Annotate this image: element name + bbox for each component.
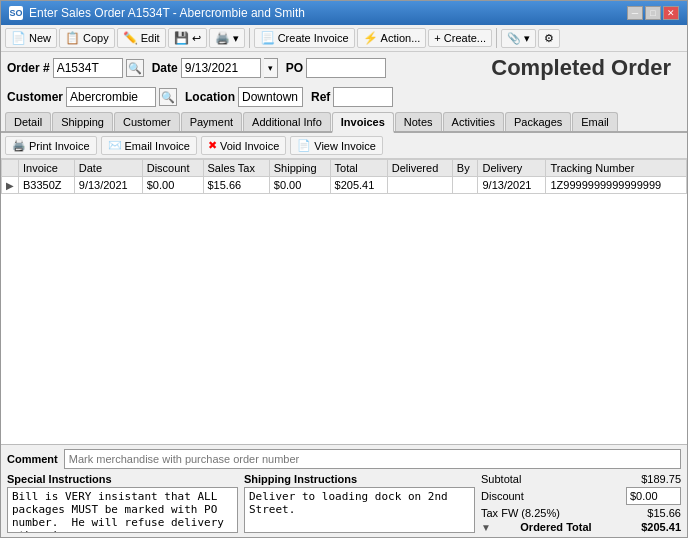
tab-shipping[interactable]: Shipping [52, 112, 113, 131]
date-input[interactable] [181, 58, 261, 78]
invoice-toolbar: 🖨️ Print Invoice ✉️ Email Invoice ✖ Void… [1, 133, 687, 159]
new-icon: 📄 [11, 31, 26, 45]
customer-search-button[interactable]: 🔍 [159, 88, 177, 106]
discount-label: Discount [481, 490, 524, 502]
discount-input[interactable] [626, 487, 681, 505]
order-input[interactable] [53, 58, 123, 78]
col-by: By [452, 160, 478, 177]
create-button[interactable]: + Create... [428, 29, 492, 47]
title-bar-left: SO Enter Sales Order A1534T - Abercrombi… [9, 6, 305, 20]
print-invoice-icon: 🖨️ [12, 139, 26, 152]
comment-row: Comment [7, 449, 681, 469]
table-row[interactable]: ▶ B3350Z 9/13/2021 $0.00 $15.66 $0.00 $2… [2, 177, 687, 194]
tab-email[interactable]: Email [572, 112, 618, 131]
col-total: Total [330, 160, 387, 177]
view-invoice-icon: 📄 [297, 139, 311, 152]
special-instructions-textarea[interactable]: Bill is VERY insistant that ALL packages… [7, 487, 238, 533]
action-button[interactable]: ⚡ Action... [357, 28, 427, 48]
tab-customer[interactable]: Customer [114, 112, 180, 131]
edit-button[interactable]: ✏️ Edit [117, 28, 166, 48]
window-title: Enter Sales Order A1534T - Abercrombie a… [29, 6, 305, 20]
col-delivery: Delivery [478, 160, 546, 177]
main-toolbar: 📄 New 📋 Copy ✏️ Edit 💾 ↩ 🖨️ ▾ 📃 Create I… [1, 25, 687, 52]
tab-detail[interactable]: Detail [5, 112, 51, 131]
ref-input[interactable] [333, 87, 393, 107]
fields-row-1: Order # 🔍 Date ▾ PO Completed Order [1, 52, 687, 84]
ordered-total-value: $205.41 [621, 521, 681, 533]
print-icon: 🖨️ [215, 31, 230, 45]
discount-row: Discount [481, 487, 681, 505]
date-field-group: Date ▾ [152, 58, 278, 78]
copy-icon: 📋 [65, 31, 80, 45]
invoice-table: Invoice Date Discount Sales Tax Shipping… [1, 159, 687, 194]
location-field-group: Location [185, 87, 303, 107]
tabs-container: Detail Shipping Customer Payment Additio… [1, 110, 687, 133]
action-icon: ⚡ [363, 31, 378, 45]
customer-input[interactable] [66, 87, 156, 107]
tax-value: $15.66 [621, 507, 681, 519]
invoice-date-cell: 9/13/2021 [74, 177, 142, 194]
tab-payment[interactable]: Payment [181, 112, 242, 131]
void-invoice-button[interactable]: ✖ Void Invoice [201, 136, 286, 155]
extra-button[interactable]: ⚙ [538, 29, 560, 48]
invoice-shipping-cell: $0.00 [269, 177, 330, 194]
customer-field-group: Customer 🔍 [7, 87, 177, 107]
invoice-total-cell: $205.41 [330, 177, 387, 194]
window-icon: SO [9, 6, 23, 20]
main-window: SO Enter Sales Order A1534T - Abercrombi… [0, 0, 688, 538]
special-instructions-section: Special Instructions Bill is VERY insist… [7, 473, 238, 533]
invoice-number-cell: B3350Z [19, 177, 75, 194]
shipping-instructions-label: Shipping Instructions [244, 473, 475, 485]
save-button[interactable]: 💾 ↩ [168, 28, 207, 48]
tax-label: Tax FW (8.25%) [481, 507, 560, 519]
print-invoice-button[interactable]: 🖨️ Print Invoice [5, 136, 97, 155]
comment-input[interactable] [64, 449, 681, 469]
po-input[interactable] [306, 58, 386, 78]
ordered-total-label: Ordered Total [520, 521, 591, 533]
create-invoice-icon: 📃 [260, 31, 275, 45]
invoice-delivery-cell: 9/13/2021 [478, 177, 546, 194]
invoice-by-cell [452, 177, 478, 194]
invoice-tracking-cell: 1Z9999999999999999 [546, 177, 687, 194]
shipping-instructions-section: Shipping Instructions Deliver to loading… [244, 473, 475, 533]
customer-label: Customer [7, 90, 63, 104]
copy-button[interactable]: 📋 Copy [59, 28, 115, 48]
toolbar-sep-2 [496, 28, 497, 48]
date-dropdown-button[interactable]: ▾ [264, 58, 278, 78]
completed-order-label: Completed Order [491, 55, 681, 81]
title-bar-controls: ─ □ ✕ [627, 6, 679, 20]
minimize-button[interactable]: ─ [627, 6, 643, 20]
po-field-group: PO [286, 58, 386, 78]
tab-packages[interactable]: Packages [505, 112, 571, 131]
order-label: Order # [7, 61, 50, 75]
attach-button[interactable]: 📎 ▾ [501, 29, 536, 48]
shipping-instructions-textarea[interactable]: Deliver to loading dock on 2nd Street. [244, 487, 475, 533]
location-label: Location [185, 90, 235, 104]
toolbar-sep-1 [249, 28, 250, 48]
create-invoice-button[interactable]: 📃 Create Invoice [254, 28, 355, 48]
order-search-button[interactable]: 🔍 [126, 59, 144, 77]
print-button[interactable]: 🖨️ ▾ [209, 28, 245, 48]
ordered-total-dropdown-icon: ▼ [481, 522, 491, 533]
tab-notes[interactable]: Notes [395, 112, 442, 131]
row-expand-button[interactable]: ▶ [2, 177, 19, 194]
tab-activities[interactable]: Activities [443, 112, 504, 131]
email-invoice-button[interactable]: ✉️ Email Invoice [101, 136, 197, 155]
close-button[interactable]: ✕ [663, 6, 679, 20]
maximize-button[interactable]: □ [645, 6, 661, 20]
ref-field-group: Ref [311, 87, 393, 107]
view-invoice-button[interactable]: 📄 View Invoice [290, 136, 383, 155]
tax-row: Tax FW (8.25%) $15.66 [481, 507, 681, 519]
invoice-discount-cell: $0.00 [142, 177, 203, 194]
col-shipping: Shipping [269, 160, 330, 177]
subtotal-value: $189.75 [621, 473, 681, 485]
location-input[interactable] [238, 87, 303, 107]
new-button[interactable]: 📄 New [5, 28, 57, 48]
tab-invoices[interactable]: Invoices [332, 112, 394, 133]
po-label: PO [286, 61, 303, 75]
content-area: Invoice Date Discount Sales Tax Shipping… [1, 159, 687, 444]
order-field-group: Order # 🔍 [7, 58, 144, 78]
fields-row-2: Customer 🔍 Location Ref [1, 84, 687, 110]
tab-additional-info[interactable]: Additional Info [243, 112, 331, 131]
paperclip-icon: 📎 [507, 32, 521, 45]
